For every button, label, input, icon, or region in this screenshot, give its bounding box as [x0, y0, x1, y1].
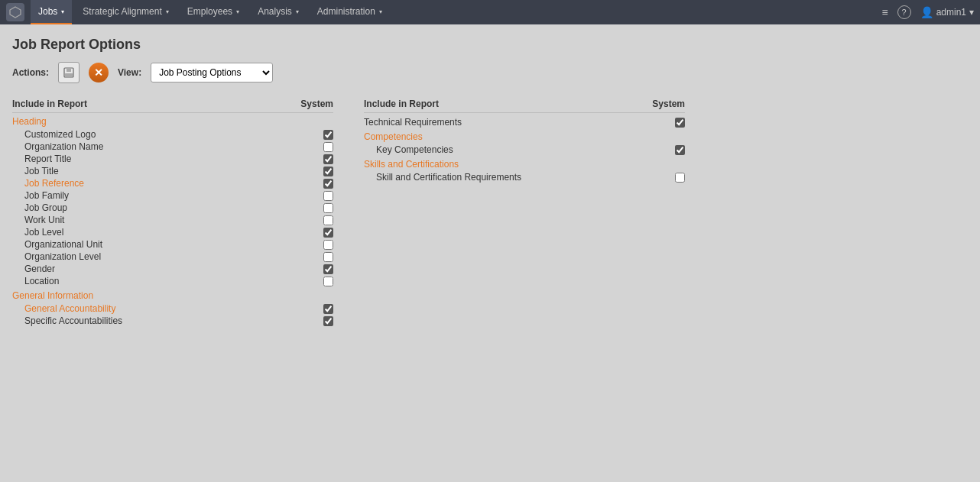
list-item: Location	[12, 275, 333, 287]
report-title-checkbox[interactable]	[323, 154, 333, 164]
left-col-header: Include in Report System	[12, 95, 333, 113]
general-accountability-checkbox[interactable]	[323, 304, 333, 314]
job-family-checkbox[interactable]	[323, 191, 333, 201]
page-title: Job Report Options	[12, 37, 968, 53]
specific-accountabilities-checkbox[interactable]	[323, 316, 333, 326]
chevron-down-icon: ▾	[61, 8, 64, 15]
location-checkbox[interactable]	[323, 277, 333, 286]
list-item: Technical Requirements	[364, 116, 685, 128]
technical-requirements-checkbox[interactable]	[675, 118, 685, 128]
right-system-header: System	[652, 99, 685, 109]
nav-employees[interactable]: Employees ▾	[180, 0, 247, 24]
chevron-down-icon: ▾	[166, 8, 169, 15]
competencies-section-label: Competencies	[364, 131, 685, 142]
list-item: Organizational Unit	[12, 238, 333, 251]
user-menu[interactable]: 👤 admin1 ▾	[920, 6, 974, 18]
chevron-down-icon: ▾	[236, 8, 239, 15]
list-item: Report Title	[12, 153, 333, 165]
view-select[interactable]: Job Posting Options	[151, 63, 273, 82]
organizational-unit-checkbox[interactable]	[323, 240, 333, 250]
list-item: Job Title	[12, 165, 333, 177]
cancel-button[interactable]: ✕	[89, 63, 109, 82]
left-column: Include in Report System Heading Customi…	[12, 95, 333, 327]
right-column: Include in Report System Technical Requi…	[364, 95, 685, 327]
list-item: Job Reference	[12, 177, 333, 189]
key-competencies-checkbox[interactable]	[675, 145, 685, 155]
user-chevron-icon: ▾	[969, 7, 974, 18]
page-content: Job Report Options Actions: ✕ View: Job …	[0, 24, 980, 482]
right-col-header: Include in Report System	[364, 95, 685, 113]
chevron-down-icon: ▾	[379, 8, 382, 15]
job-level-checkbox[interactable]	[323, 228, 333, 238]
list-item: General Accountability	[12, 302, 333, 315]
job-reference-checkbox[interactable]	[323, 179, 333, 189]
svg-rect-2	[67, 68, 71, 72]
list-item: Job Group	[12, 202, 333, 214]
list-item: Skill and Certification Requirements	[364, 171, 685, 183]
left-system-header: System	[300, 99, 333, 109]
help-icon[interactable]: ?	[897, 5, 911, 19]
save-icon	[63, 66, 75, 79]
list-item: Key Competencies	[364, 144, 685, 156]
right-include-header: Include in Report	[364, 99, 439, 109]
list-item: Gender	[12, 263, 333, 275]
top-nav: Jobs ▾ Strategic Alignment ▾ Employees ▾…	[0, 0, 980, 24]
nav-right: ≡ ? 👤 admin1 ▾	[881, 5, 974, 19]
list-item: Organization Level	[12, 251, 333, 263]
general-information-section-label: General Information	[12, 290, 333, 301]
user-icon: 👤	[920, 6, 933, 18]
app-logo	[6, 3, 24, 21]
customized-logo-checkbox[interactable]	[323, 130, 333, 140]
job-title-checkbox[interactable]	[323, 167, 333, 176]
list-item: Job Level	[12, 226, 333, 238]
view-label: View:	[118, 67, 141, 78]
work-unit-checkbox[interactable]	[323, 215, 333, 225]
nav-jobs[interactable]: Jobs ▾	[31, 0, 72, 24]
list-item: Organization Name	[12, 141, 333, 153]
skills-certifications-section-label: Skills and Certifications	[364, 159, 685, 170]
save-button[interactable]	[58, 62, 80, 83]
heading-section-label: Heading	[12, 116, 333, 127]
gender-checkbox[interactable]	[323, 264, 333, 274]
nav-strategic-alignment[interactable]: Strategic Alignment ▾	[75, 0, 176, 24]
report-grid: Include in Report System Heading Customi…	[12, 95, 968, 327]
svg-rect-3	[65, 73, 73, 76]
list-item: Customized Logo	[12, 128, 333, 141]
chevron-down-icon: ▾	[296, 8, 299, 15]
actions-label: Actions:	[12, 67, 49, 78]
nav-analysis[interactable]: Analysis ▾	[250, 0, 307, 24]
nav-administration[interactable]: Administration ▾	[310, 0, 390, 24]
job-group-checkbox[interactable]	[323, 203, 333, 213]
skill-certification-requirements-checkbox[interactable]	[675, 173, 685, 183]
organization-level-checkbox[interactable]	[323, 252, 333, 262]
list-item: Specific Accountabilities	[12, 315, 333, 327]
actions-bar: Actions: ✕ View: Job Posting Options	[12, 62, 968, 83]
organization-name-checkbox[interactable]	[323, 142, 333, 152]
list-item: Work Unit	[12, 214, 333, 226]
settings-icon[interactable]: ≡	[881, 6, 888, 18]
svg-marker-0	[10, 7, 21, 18]
list-item: Job Family	[12, 189, 333, 202]
left-include-header: Include in Report	[12, 99, 87, 109]
